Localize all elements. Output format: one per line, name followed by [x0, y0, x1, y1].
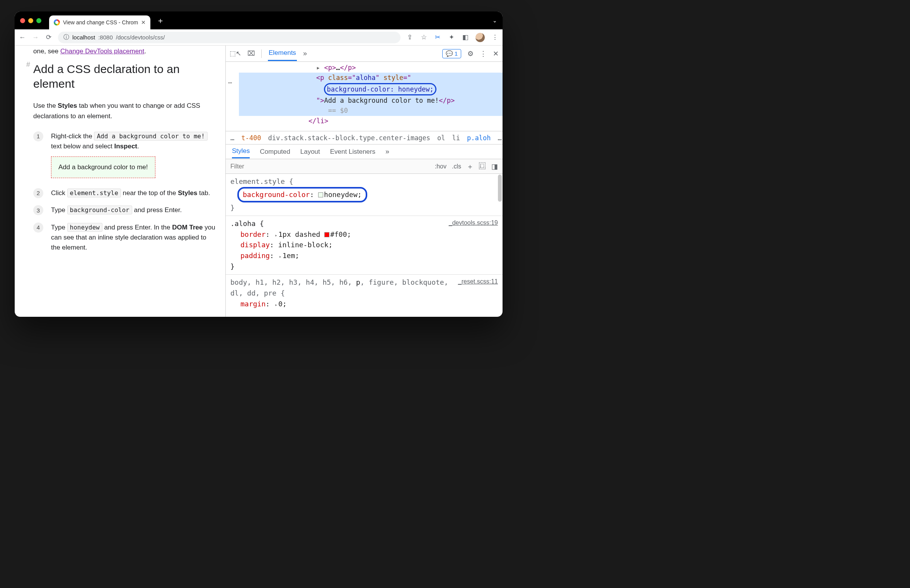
crumb[interactable]: t-400: [241, 134, 261, 142]
reload-button[interactable]: ⟳: [45, 33, 53, 41]
close-devtools-icon[interactable]: ✕: [493, 49, 499, 58]
computed-sidebar-icon[interactable]: ⿴: [479, 162, 486, 170]
dollar-zero-ref: == $0: [239, 105, 499, 116]
devtools-kebab-icon[interactable]: ⋮: [480, 49, 487, 58]
color-swatch-red-icon[interactable]: [324, 232, 329, 237]
cls-toggle[interactable]: .cls: [452, 163, 461, 170]
tab-elements[interactable]: Elements: [268, 46, 297, 61]
rule-reset[interactable]: _reset.scss:11 body, h1, h2, h3, h4, h5,…: [226, 275, 503, 312]
dom-ellipsis-icon[interactable]: ⋯: [228, 77, 233, 88]
scrollbar-thumb[interactable]: [498, 175, 502, 202]
dom-selected-line[interactable]: <p class="aloha" style=": [239, 73, 499, 83]
highlighted-declaration[interactable]: background-color: honeydew;: [237, 187, 367, 202]
dom-tree[interactable]: ⋯ ▸ <p>…</p> <p class="aloha" style=" ba…: [226, 62, 503, 131]
page-viewport[interactable]: one, see Change DevTools placement. # Ad…: [15, 46, 225, 317]
intro-line: one, see Change DevTools placement.: [33, 46, 216, 56]
hov-toggle[interactable]: :hov: [435, 163, 446, 170]
crumb[interactable]: ol: [437, 134, 445, 142]
source-link[interactable]: _reset.scss:11: [458, 277, 498, 287]
settings-gear-icon[interactable]: ⚙: [467, 49, 474, 58]
new-tab-button[interactable]: ＋: [157, 15, 164, 26]
styles-filter-row: :hov .cls ＋ ⿴ ◨: [226, 159, 503, 174]
step2-code: element.style: [67, 189, 121, 197]
toggle-sidebar-icon[interactable]: ◨: [491, 162, 498, 171]
source-link[interactable]: _devtools.scss:19: [449, 218, 498, 228]
intro-text: one, see: [33, 48, 60, 55]
url-path: /docs/devtools/css/: [116, 34, 165, 41]
tab-layout[interactable]: Layout: [300, 146, 320, 158]
tab-list-chevron-icon[interactable]: ⌄: [492, 17, 497, 24]
browser-window: View and change CSS - Chrom ✕ ＋ ⌄ ← → ⟳ …: [15, 12, 503, 317]
steps-list: Right-click the Add a background color t…: [33, 131, 216, 253]
bookmark-star-icon[interactable]: ☆: [420, 33, 428, 41]
back-button[interactable]: ←: [19, 34, 26, 41]
chrome-favicon-icon: [54, 19, 60, 25]
styles-rules-pane[interactable]: element.style { background-color: honeyd…: [226, 174, 503, 317]
inline-style-value[interactable]: background-color: honeydew;: [327, 85, 433, 93]
dom-breadcrumbs[interactable]: … t-400 div.stack.stack--block.type.cent…: [226, 131, 503, 144]
devtools-top-bar: ⬚↖ ⌧ Elements » 💬 1 ⚙ ⋮ ✕: [226, 46, 503, 62]
step3-code: background-color: [67, 206, 132, 214]
styles-filter-input[interactable]: [230, 163, 429, 170]
rule-element-style[interactable]: element.style { background-color: honeyd…: [226, 174, 503, 216]
color-swatch-honeydew-icon[interactable]: [318, 192, 323, 197]
crumb-selected[interactable]: p.aloh: [467, 134, 491, 142]
heading-anchor-icon[interactable]: #: [26, 59, 30, 70]
content-split: one, see Change DevTools placement. # Ad…: [15, 46, 503, 317]
crumb[interactable]: li: [452, 134, 460, 142]
change-placement-link[interactable]: Change DevTools placement: [60, 48, 144, 55]
issues-count: 1: [455, 50, 458, 57]
step4-code: honeydew: [67, 223, 102, 232]
page-heading: Add a CSS declaration to an element: [33, 62, 216, 91]
url-host: localhost: [72, 34, 95, 41]
crumb[interactable]: …: [498, 134, 501, 142]
expand-shorthand-icon[interactable]: ▸: [275, 302, 278, 308]
expand-shorthand-icon[interactable]: ▸: [275, 233, 278, 238]
crumb[interactable]: div.stack.stack--block.type.center-image…: [268, 134, 430, 142]
step-3: Type background-color and press Enter.: [33, 205, 216, 215]
crumb[interactable]: …: [230, 134, 234, 142]
more-styles-tabs-icon[interactable]: »: [385, 148, 389, 156]
titlebar: View and change CSS - Chrom ✕ ＋ ⌄: [15, 12, 503, 29]
issues-badge[interactable]: 💬 1: [442, 49, 461, 58]
step1-code: Add a background color to me!: [94, 132, 207, 141]
scissors-extension-icon[interactable]: ✂: [434, 33, 441, 41]
minimize-window-icon[interactable]: [28, 18, 33, 23]
zoom-window-icon[interactable]: [36, 18, 41, 23]
side-panel-icon[interactable]: ◧: [462, 33, 469, 41]
browser-tab[interactable]: View and change CSS - Chrom ✕: [49, 15, 150, 29]
device-toolbar-icon[interactable]: ⌧: [247, 49, 255, 58]
address-bar[interactable]: ⓘ localhost:8080/docs/devtools/css/: [58, 32, 400, 43]
new-style-rule-icon[interactable]: ＋: [467, 162, 474, 171]
dom-line[interactable]: ▸ <p>…</p>: [239, 63, 503, 73]
share-icon[interactable]: ⇪: [406, 33, 414, 41]
devtools-panel: ⬚↖ ⌧ Elements » 💬 1 ⚙ ⋮ ✕ ⋯ ▸ <p>…</p> <: [225, 46, 503, 317]
more-tabs-chevron-icon[interactable]: »: [303, 49, 307, 58]
styles-tab-bar: Styles Computed Layout Event Listeners »: [226, 144, 503, 159]
dom-line[interactable]: </li>: [239, 116, 503, 126]
kebab-menu-icon[interactable]: ⋮: [491, 33, 499, 41]
tab-title: View and change CSS - Chrom: [63, 19, 138, 25]
chat-icon: 💬: [446, 50, 453, 57]
page-paragraph: Use the Styles tab when you want to chan…: [33, 101, 216, 121]
demo-element[interactable]: Add a background color to me!: [51, 156, 155, 178]
tab-event-listeners[interactable]: Event Listeners: [330, 146, 375, 158]
rule-aloha[interactable]: _devtools.scss:19 .aloha { border: ▸1px …: [226, 216, 503, 275]
forward-button[interactable]: →: [32, 34, 39, 41]
close-tab-icon[interactable]: ✕: [141, 19, 146, 25]
step-1: Right-click the Add a background color t…: [33, 131, 216, 181]
site-info-icon[interactable]: ⓘ: [63, 34, 69, 41]
window-controls: [20, 18, 41, 23]
inspect-element-icon[interactable]: ⬚↖: [230, 49, 241, 58]
extensions-puzzle-icon[interactable]: ✦: [448, 33, 455, 41]
url-port: :8080: [98, 34, 113, 41]
profile-avatar[interactable]: [475, 33, 485, 42]
tab-styles[interactable]: Styles: [232, 145, 250, 158]
expand-shorthand-icon[interactable]: ▸: [279, 254, 282, 259]
step-2: Click element.style near the top of the …: [33, 188, 216, 198]
browser-toolbar: ← → ⟳ ⓘ localhost:8080/docs/devtools/css…: [15, 29, 503, 46]
step-4: Type honeydew and press Enter. In the DO…: [33, 223, 216, 253]
tab-computed[interactable]: Computed: [260, 146, 290, 158]
close-window-icon[interactable]: [20, 18, 25, 23]
